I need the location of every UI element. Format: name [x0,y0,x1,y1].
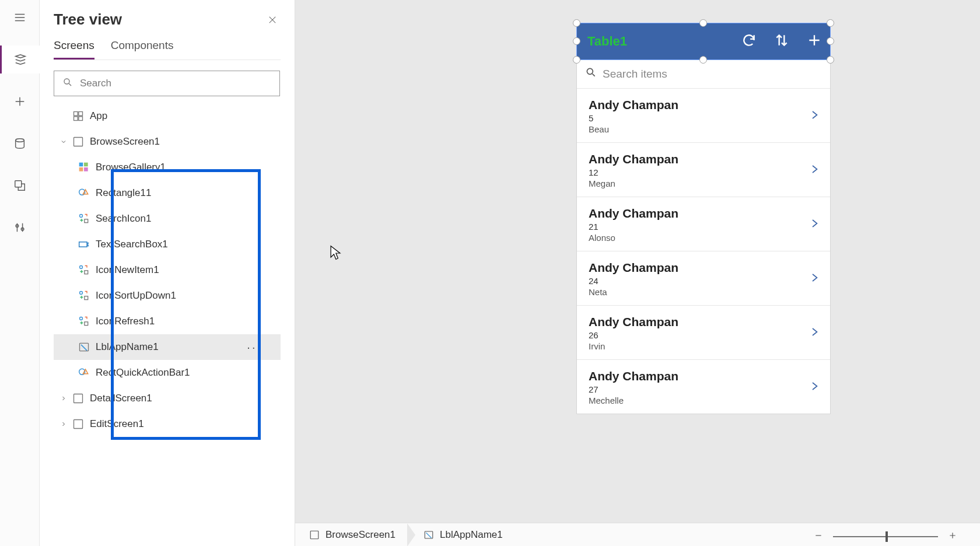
tree-row-label: TextSearchBox1 [96,239,281,250]
sort-icon[interactable] [774,33,789,50]
tree-row-label: DetailScreen1 [90,393,281,404]
chevron-right-icon[interactable] [56,421,71,428]
item-line1: 5 [589,113,678,123]
item-line2: Megan [589,178,678,188]
more-icon[interactable]: ··· [247,341,262,354]
item-line1: 24 [589,276,678,286]
tree-row-label: SearchIcon1 [96,213,281,225]
item-line2: Irvin [589,341,678,351]
item-title: Andy Champan [589,315,678,329]
tree-control-row[interactable]: Rectangle11 [54,180,281,206]
group-icon [77,314,91,328]
tree-row-label: RectQuickActionBar1 [96,367,281,379]
chevron-right-icon [809,327,820,340]
app-title-label: Table1 [587,34,627,49]
tree-control-row[interactable]: IconSortUpDown1 [54,283,281,309]
list-item[interactable]: Andy Champan 24 Neta [577,251,830,306]
left-rail [0,0,40,546]
item-line1: 21 [589,222,678,232]
chevron-right-icon [809,381,820,394]
group-icon [77,289,91,303]
svg-rect-8 [79,117,83,121]
panel-tabs: Screens Components [54,39,281,60]
tab-components[interactable]: Components [111,39,174,60]
gallery-icon [77,160,91,174]
chevron-down-icon[interactable] [56,138,71,145]
breadcrumb-label: LblAppName1 [440,529,503,541]
shape-icon [77,186,91,200]
svg-rect-29 [310,531,318,539]
tree-screen-row[interactable]: EditScreen1 [54,411,281,437]
hamburger-icon[interactable] [6,4,34,32]
svg-rect-6 [79,112,83,116]
svg-rect-19 [85,271,88,274]
data-icon[interactable] [6,130,34,158]
tree-control-row[interactable]: IconNewItem1 [54,257,281,283]
phone-search-box[interactable]: Search items [577,60,830,89]
tree-view-icon[interactable] [0,46,40,74]
list-item[interactable]: Andy Champan 21 Alonso [577,197,830,251]
tree-control-row[interactable]: SearchIcon1 [54,206,281,232]
chevron-right-icon [809,218,820,231]
panel-title: Tree view [54,10,122,29]
item-line1: 26 [589,330,678,340]
tree-app-row[interactable]: App [54,103,281,129]
breadcrumb-label: BrowseScreen1 [326,529,396,541]
tree-control-row[interactable]: BrowseGallery1 [54,155,281,180]
tree-row-label: Rectangle11 [96,187,281,199]
svg-point-28 [587,68,593,74]
list-item[interactable]: Andy Champan 26 Irvin [577,306,830,360]
svg-point-18 [80,266,83,269]
svg-rect-26 [74,394,83,403]
list-item[interactable]: Andy Champan 5 Beau [577,89,830,143]
canvas-area[interactable]: Table1 Search items Andy Champan 5 Beau … [295,0,980,523]
item-title: Andy Champan [589,206,678,220]
list-item[interactable]: Andy Champan 12 Megan [577,143,830,197]
breadcrumb-item[interactable]: BrowseScreen1 [309,529,396,541]
item-title: Andy Champan [589,261,678,275]
svg-rect-17 [79,242,87,247]
tree-search[interactable] [54,71,280,96]
group-icon [77,263,91,277]
tree-control-row[interactable]: RectQuickActionBar1 [54,360,281,386]
svg-rect-9 [74,138,83,146]
close-icon[interactable] [264,12,281,28]
tree-control-row[interactable]: LblAppName1 ··· [54,334,281,360]
zoom-in-icon[interactable] [949,531,957,542]
search-icon [62,77,73,90]
tree-row-label: IconSortUpDown1 [96,290,281,302]
tree-control-row[interactable]: IconRefresh1 [54,309,281,334]
screen-icon [71,135,85,149]
search-icon [585,66,597,81]
chevron-right-icon[interactable] [56,395,71,402]
chevron-right-icon [809,272,820,285]
tree-row-label: BrowseGallery1 [96,162,281,173]
tree-control-row[interactable]: TextSearchBox1 [54,232,281,257]
tree-search-input[interactable] [80,78,271,89]
settings-icon[interactable] [6,214,34,242]
phone-header[interactable]: Table1 [577,23,830,60]
item-line1: 27 [589,384,678,394]
tree-screen-row[interactable]: DetailScreen1 [54,386,281,411]
svg-rect-5 [74,112,78,116]
refresh-icon[interactable] [741,33,757,50]
add-icon[interactable] [807,33,822,50]
tab-screens[interactable]: Screens [54,39,94,60]
tree-row-label: IconNewItem1 [96,264,281,276]
zoom-control[interactable] [814,531,957,542]
screen-icon [71,391,85,405]
zoom-slider[interactable] [833,536,938,537]
list-item[interactable]: Andy Champan 27 Mechelle [577,360,830,414]
tree-row-label: EditScreen1 [90,418,281,430]
label-icon [77,340,91,354]
insert-icon[interactable] [6,88,34,116]
tree-row-label: App [90,110,281,122]
svg-rect-23 [85,322,88,326]
breadcrumb-item[interactable]: LblAppName1 [424,529,503,541]
zoom-out-icon[interactable] [814,531,822,542]
svg-point-22 [80,317,83,320]
textbox-icon [77,237,91,251]
svg-point-0 [15,139,24,142]
tree-screen-row[interactable]: BrowseScreen1 [54,129,281,155]
media-icon[interactable] [6,172,34,200]
